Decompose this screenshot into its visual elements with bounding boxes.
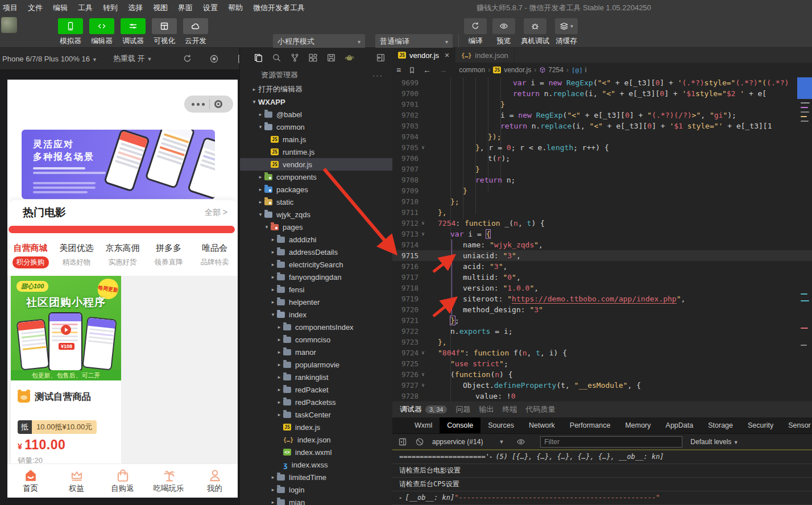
code-editor[interactable]: 9699var i = new RegExp("<" + e[_t3][0] +… (392, 77, 812, 401)
minimap[interactable] (797, 77, 812, 401)
source-control-icon[interactable] (290, 53, 300, 63)
menu-item-界面[interactable]: 界面 (173, 0, 198, 16)
devtools-tab-Console[interactable]: Console (440, 417, 480, 433)
category-tab-自营商城[interactable]: 自营商城积分换购 (7, 239, 53, 276)
compile-select[interactable]: 普通编译 ▾ (375, 34, 453, 49)
phone-tab-吃喝玩乐[interactable]: 吃喝玩乐 (146, 464, 192, 498)
devtools-tab-Storage[interactable]: Storage (701, 417, 740, 433)
fold-chevron-icon[interactable]: ∨ (419, 380, 428, 391)
more-actions-icon[interactable]: ··· (372, 71, 383, 80)
tree-item-common[interactable]: ▾common (240, 121, 392, 133)
files-icon[interactable] (254, 53, 263, 63)
movie-section-more-link[interactable]: 全部 > (205, 208, 227, 218)
console-filter-input[interactable] (540, 436, 682, 448)
tree-item-static[interactable]: ▸static (240, 196, 392, 208)
devtools-tab-Sensor[interactable]: Sensor (781, 417, 812, 433)
tree-item-login[interactable]: ▸login (240, 483, 392, 496)
promo-banner[interactable]: 灵活应对 多种报名场景 (22, 130, 215, 199)
capsule-menu[interactable] (184, 96, 233, 113)
menu-item-视图[interactable]: 视图 (148, 0, 173, 16)
toolbar-button-编辑器[interactable]: 编辑器 (88, 18, 115, 46)
action-button-清缓存[interactable]: ▾清缓存 (555, 18, 578, 46)
tree-item-WXAPP[interactable]: ▾WXAPP (240, 96, 392, 108)
tree-item-components[interactable]: ▸components (240, 171, 392, 183)
debugger-tab-问题[interactable]: 问题 (455, 404, 470, 415)
menu-item-编辑[interactable]: 编辑 (48, 0, 73, 16)
menu-item-微信开发者工具[interactable]: 微信开发者工具 (248, 0, 310, 16)
execution-context-select[interactable]: appservice (#14) (432, 438, 483, 446)
tree-item-addressDetails[interactable]: ▸addressDetails (240, 246, 392, 258)
tree-item-main.js[interactable]: JSmain.js (240, 133, 392, 146)
menu-item-文件[interactable]: 文件 (23, 0, 48, 16)
back-arrow-icon[interactable]: ← (423, 65, 431, 74)
editor-tab-vendor.js[interactable]: JSvendor.js× (392, 48, 455, 63)
menu-item-设置[interactable]: 设置 (198, 0, 223, 16)
tree-item-pages[interactable]: ▾pages (240, 221, 392, 233)
restart-icon[interactable] (183, 54, 192, 64)
phone-tab-首页[interactable]: 首页 (7, 464, 53, 498)
live-expression-icon[interactable] (516, 437, 525, 446)
tree-item-fanyongdingdan[interactable]: ▸fanyongdingdan (240, 271, 392, 283)
tree-item-packages[interactable]: ▸packages (240, 183, 392, 196)
fold-chevron-icon[interactable]: ∨ (419, 229, 428, 239)
tree-item-rankinglist[interactable]: ▸rankinglist (240, 371, 392, 383)
npm-icon[interactable] (326, 53, 336, 63)
fold-chevron-icon[interactable]: ∨ (419, 142, 428, 153)
tree-item-index.wxml[interactable]: <>index.wxml (240, 446, 392, 458)
phone-tab-自购返[interactable]: 自购返 (100, 464, 146, 498)
console-output[interactable]: =====================' ▸(5) [{…}, {…}, {… (392, 449, 812, 505)
expand-icon[interactable]: ▸ (490, 450, 492, 463)
clear-console-icon[interactable] (415, 437, 424, 446)
devtools-tab-Network[interactable]: Network (521, 417, 562, 433)
debugger-tab-输出[interactable]: 输出 (479, 404, 494, 415)
breadcrumb-file[interactable]: vendor.js (504, 66, 531, 74)
devtools-tab-Sources[interactable]: Sources (480, 417, 521, 433)
show-panel-icon[interactable] (398, 437, 407, 446)
tree-item-vendor.js[interactable]: JSvendor.js (240, 158, 392, 171)
collapse-sidebar-icon[interactable] (376, 53, 386, 63)
breadcrumb-symbol[interactable]: 7254 (548, 66, 564, 74)
phone-tab-权益[interactable]: 权益 (53, 464, 100, 498)
debugger-tab-调试器[interactable]: 调试器3, 34 (400, 404, 447, 415)
close-icon[interactable]: × (445, 51, 449, 60)
devtools-tab-AppData[interactable]: AppData (658, 417, 701, 433)
category-tab-拼多多[interactable]: 拼多多领券直降 (146, 239, 192, 276)
tree-item-打开的编辑器[interactable]: ▸打开的编辑器 (240, 83, 392, 96)
product-card[interactable]: 测试自营商品 抵 10.00抵¥10.00元 ¥ 110.00 销量:20 (11, 380, 121, 463)
category-tab-唯品会[interactable]: 唯品会品牌特卖 (192, 239, 238, 276)
category-tab-京东高佣[interactable]: 京东高佣实惠好货 (100, 239, 146, 276)
menu-item-项目[interactable]: 项目 (0, 0, 23, 16)
action-button-真机调试[interactable]: 真机调试 (521, 18, 549, 46)
tree-item-runtime.js[interactable]: JSruntime.js (240, 146, 392, 158)
debugger-tab-终端[interactable]: 终端 (502, 404, 517, 415)
record-stop-icon[interactable] (209, 54, 219, 64)
tree-item-fensi[interactable]: ▸fensi (240, 283, 392, 296)
notice-bar[interactable] (9, 226, 235, 233)
tree-item-@babel[interactable]: ▸@babel (240, 108, 392, 121)
search-icon[interactable] (272, 53, 281, 63)
fold-chevron-icon[interactable]: ∨ (419, 218, 428, 229)
menu-item-工具[interactable]: 工具 (73, 0, 98, 16)
promo-image-card[interactable]: 甜心100 每周更新 社区团购小程序 ¥108 包更新、包售后、可二开 (11, 276, 121, 380)
fold-chevron-icon[interactable]: ∨ (419, 369, 428, 380)
tree-item-mian[interactable]: ▸mian (240, 496, 392, 505)
tree-item-electricitySearch[interactable]: ▸electricitySearch (240, 258, 392, 271)
toolbar-button-云开发[interactable]: 云开发 (182, 18, 209, 46)
category-tab-美团优选[interactable]: 美团优选精选好物 (53, 239, 100, 276)
tree-item-index.json[interactable]: {…}index.json (240, 433, 392, 446)
tree-item-conmnciso[interactable]: ▸conmnciso (240, 333, 392, 346)
console-row[interactable]: 请检查后台CPS设置 (392, 478, 812, 491)
console-row[interactable]: ▸[__ob__: kn] "-------------------------… (392, 491, 812, 505)
action-button-编译[interactable]: 编译 (464, 18, 487, 46)
bookmark-icon[interactable] (408, 67, 416, 74)
tree-item-redPacketss[interactable]: ▸redPacketss (240, 396, 392, 408)
devtools-tab-Performance[interactable]: Performance (562, 417, 618, 433)
breadcrumb-folder[interactable]: common (459, 66, 485, 74)
project-avatar[interactable] (1, 17, 17, 33)
teapot-icon[interactable] (345, 53, 354, 63)
fold-chevron-icon[interactable]: ∨ (419, 347, 428, 358)
device-select[interactable]: Phone 6/7/8 Plus 100% 16▼ (0, 55, 102, 63)
tree-item-adddizhi[interactable]: ▸adddizhi (240, 233, 392, 246)
hot-reload-toggle[interactable]: 热重载 开▼ (113, 53, 152, 64)
toolbar-button-可视化[interactable]: 可视化 (151, 18, 178, 46)
